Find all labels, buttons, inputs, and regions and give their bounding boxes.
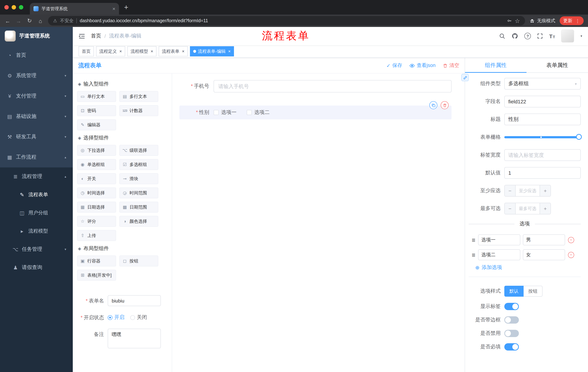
form-grid-slider[interactable] [504,131,581,143]
font-size-icon[interactable]: TT [549,33,555,39]
palette-item-switch[interactable]: ◐开关 [77,173,116,184]
palette-item-cascader[interactable]: ⌥级联选择 [119,145,158,156]
tag-close-icon[interactable]: × [228,49,231,53]
form-canvas[interactable]: *手机号 [172,74,465,372]
tab-form-props[interactable]: 表单属性 [526,58,588,73]
phone-input[interactable] [214,80,452,93]
palette-item-checkbox-group[interactable]: ☑多选框组 [119,159,158,170]
delete-widget-button[interactable] [441,101,449,109]
phone-field[interactable]: *手机号 [179,80,452,93]
sidebar-item-task-management[interactable]: ⌥ 任务管理 ▾ [0,240,73,258]
sidebar-item-devtools[interactable]: ⚒ 研发工具 ▾ [0,127,73,147]
option2-label-input[interactable] [478,249,520,260]
bookmark-star-icon[interactable]: ☆ [515,17,520,24]
clear-button[interactable]: 清空 [443,62,459,69]
style-default-button[interactable]: 默认 [504,286,524,297]
component-type-select[interactable]: 多选框组 ▾ [504,78,581,90]
tag-close-icon[interactable]: × [182,49,184,53]
tab-component-props[interactable]: 组件属性 [465,58,526,73]
style-button-button[interactable]: 按钮 [524,286,543,297]
password-key-icon[interactable] [507,18,512,23]
breadcrumb-home[interactable]: 首页 [91,33,101,39]
sidebar-item-process-form[interactable]: ✎ 流程表单 [0,186,73,204]
slider-handle[interactable] [576,134,582,140]
home-icon[interactable]: ⌂ [37,18,44,24]
default-value-input[interactable] [504,167,581,179]
window-maximize-button[interactable] [19,5,23,10]
fullscreen-icon[interactable] [537,33,543,39]
tag-close-icon[interactable]: × [151,49,153,53]
form-remark-textarea[interactable]: 嘿嘿 [108,329,161,348]
form-name-input[interactable] [108,295,161,306]
option1-value-input[interactable] [523,234,565,245]
tag-process-form-edit[interactable]: 流程表单-编辑 × [190,46,234,56]
sidebar-item-user-group[interactable]: ◫ 用户分组 [0,204,73,222]
browser-tab[interactable]: 芋道管理系统 × [30,3,119,15]
status-on-radio[interactable]: 开启 [108,314,125,321]
sidebar-item-leave-query[interactable]: ♟ 请假查询 [0,258,73,277]
disabled-toggle[interactable] [504,330,519,337]
gender-field[interactable]: *性别 选项一 选项二 [179,109,452,116]
palette-item-table[interactable]: ⊞表格[开发中] [77,270,116,281]
palette-item-time-range[interactable]: ◶时间范围 [119,187,158,198]
browser-update-button[interactable]: 更新 ⋮ [560,16,584,25]
tag-process-definition[interactable]: 流程定义 × [96,46,125,56]
palette-item-upload[interactable]: ⇧上传 [77,230,116,241]
increase-button[interactable]: + [540,185,551,196]
palette-item-button[interactable]: ◻按钮 [119,255,158,266]
max-select-value[interactable]: 最多可选 [515,203,540,214]
field-name-input[interactable] [504,96,581,107]
label-width-input[interactable] [504,149,581,161]
sidebar-item-system[interactable]: ⚙ 系统管理 ▾ [0,65,73,86]
palette-item-counter[interactable]: 123计数器 [119,105,158,116]
sidebar-collapse-icon[interactable] [79,33,85,39]
link-handle-button[interactable] [461,74,469,81]
sidebar-item-process-management[interactable]: ≣ 流程管理 ▴ [0,167,73,186]
app-logo[interactable]: 芋道管理系统 [0,27,73,45]
palette-item-editor[interactable]: ✎编辑器 [77,119,116,130]
avatar-caret-icon[interactable]: ▾ [580,34,582,38]
save-button[interactable]: ✓ 保存 [386,62,402,69]
decrease-button[interactable]: − [505,185,515,196]
tag-home[interactable]: 首页 [79,46,94,56]
window-close-button[interactable] [4,5,9,10]
reload-icon[interactable]: ↻ [26,18,33,24]
copy-widget-button[interactable] [429,101,437,109]
palette-item-time-picker[interactable]: ◷时间选择 [77,187,116,198]
add-option-button[interactable]: ⊕ 添加选项 [475,264,581,271]
option1-label-input[interactable] [478,234,520,245]
address-bar[interactable]: ⚠ 不安全 dashboard.yudao.iocoder.cn/bpm/man… [48,16,525,25]
window-minimize-button[interactable] [12,5,16,10]
palette-item-single-line-text[interactable]: ▭单行文本 [77,91,116,102]
view-json-button[interactable]: 查看json [409,62,436,69]
sidebar-item-process-model[interactable]: ▸ 流程模型 [0,222,73,240]
palette-item-password[interactable]: ⊡密码 [77,105,116,116]
min-select-value[interactable]: 至少应选 [515,185,540,196]
forward-icon[interactable]: → [15,18,22,24]
palette-item-date-picker[interactable]: ▦日期选择 [77,202,116,213]
new-tab-button[interactable]: + [124,4,128,11]
drag-handle-icon[interactable]: ≣ [472,237,476,243]
palette-item-slider[interactable]: ⊸滑块 [119,173,158,184]
sidebar-item-workflow[interactable]: ▦ 工作流程 ▴ [0,147,73,167]
tab-close-icon[interactable]: × [112,6,115,12]
palette-item-multi-line-text[interactable]: ▤多行文本 [119,91,158,102]
title-input[interactable] [504,114,581,125]
sidebar-item-home[interactable]: ◔ 首页 [0,45,73,65]
remove-option-button[interactable]: − [568,252,574,258]
help-icon[interactable]: ? [524,33,531,39]
show-label-toggle[interactable] [504,303,519,310]
palette-item-date-range[interactable]: ▩日期范围 [119,202,158,213]
search-icon[interactable] [499,33,505,39]
tag-process-model[interactable]: 流程模型 × [127,46,157,56]
palette-item-row-container[interactable]: ▣行容器 [77,255,116,266]
decrease-button[interactable]: − [505,203,515,214]
back-icon[interactable]: ← [4,18,11,24]
sidebar-item-payment[interactable]: ¥ 支付管理 ▾ [0,86,73,106]
remove-option-button[interactable]: − [568,237,574,243]
palette-item-rate[interactable]: ☆评分 [77,216,116,227]
gender-option1-checkbox[interactable]: 选项一 [214,109,237,116]
status-off-radio[interactable]: 关闭 [130,314,147,321]
avatar-dropdown[interactable] [561,30,574,43]
github-icon[interactable] [512,33,518,39]
